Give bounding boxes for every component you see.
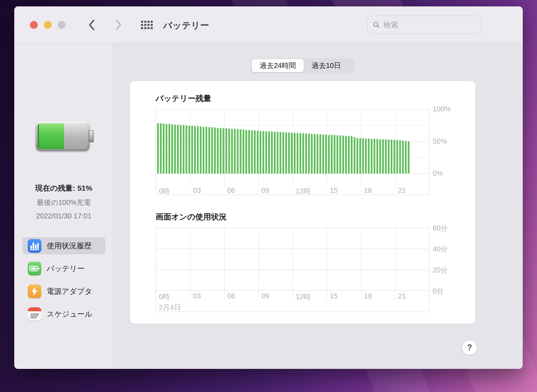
battery-level-chart [156,109,429,174]
date-label: 2月4日 [159,303,181,312]
chevron-left-icon [88,19,95,31]
search-field[interactable] [367,16,481,34]
sidebar-item-label: 電源アダプタ [47,286,92,296]
window-title: バッテリー [163,20,209,31]
power-adapter-icon [28,285,41,298]
search-icon [373,21,380,29]
tab-last-10-days[interactable]: 過去10日 [304,59,349,72]
back-button[interactable] [85,18,98,31]
sidebar-item-label: 使用状況履歴 [47,241,92,251]
sidebar-item-power-adapter[interactable]: 電源アダプタ [22,283,105,300]
help-button[interactable]: ? [462,340,477,355]
last-full-charge-date: 2022/01/30 17:01 [14,212,113,220]
sidebar: 現在の残量: 51% 最後の100%充電 2022/01/30 17:01 使用… [14,44,113,369]
schedule-icon [28,307,41,321]
sidebar-item-label: バッテリー [47,264,85,274]
sidebar-item-schedule[interactable]: スケジュール [22,306,105,323]
toolbar: バッテリー [14,6,523,43]
last-full-charge-label: 最後の100%充電 [14,198,113,207]
battery-level-x-axis: 0時03060912時151821 [156,174,429,195]
screen-on-usage-y-axis: 60分40分20分0分 [433,228,472,291]
search-input[interactable] [384,21,476,29]
chevron-right-icon [115,19,122,31]
usage-history-icon [28,239,41,253]
battery-level-y-axis: 100%50%0% [433,109,472,174]
battery-icon [28,262,41,275]
current-charge-label: 現在の残量: 51% [14,183,113,193]
sidebar-list: 使用状況履歴 バッテリー 電源アダプタ [22,237,105,328]
battery-status: 現在の残量: 51% 最後の100%充電 2022/01/30 17:01 [14,183,113,220]
show-all-preferences-button[interactable] [140,18,154,32]
sidebar-item-usage-history[interactable]: 使用状況履歴 [22,237,105,254]
close-icon[interactable] [30,21,38,29]
battery-preferences-window: バッテリー 現在の残量: 51% 最後の100%充電 2022/01/30 17… [14,6,523,369]
chart-title-screen-on-usage: 画面オンの使用状況 [156,212,227,222]
tab-last-24-hours[interactable]: 過去24時間 [252,59,304,72]
screen-on-usage-x-axis: 2月4日 0時03060912時151821 [156,291,429,312]
minimize-icon[interactable] [44,21,52,29]
sidebar-item-label: スケジュール [47,309,92,319]
screen-on-usage-chart [156,228,429,291]
chart-title-battery-level: バッテリー残量 [156,93,211,104]
sidebar-item-battery[interactable]: バッテリー [22,260,105,277]
time-range-segmented-control: 過去24時間 過去10日 [251,58,354,73]
charts-card: バッテリー残量 100%50%0% 0時03060912時151821 画面オン… [130,81,475,324]
battery-level-image [36,121,90,151]
zoom-icon[interactable] [58,21,66,29]
forward-button[interactable] [112,18,125,31]
